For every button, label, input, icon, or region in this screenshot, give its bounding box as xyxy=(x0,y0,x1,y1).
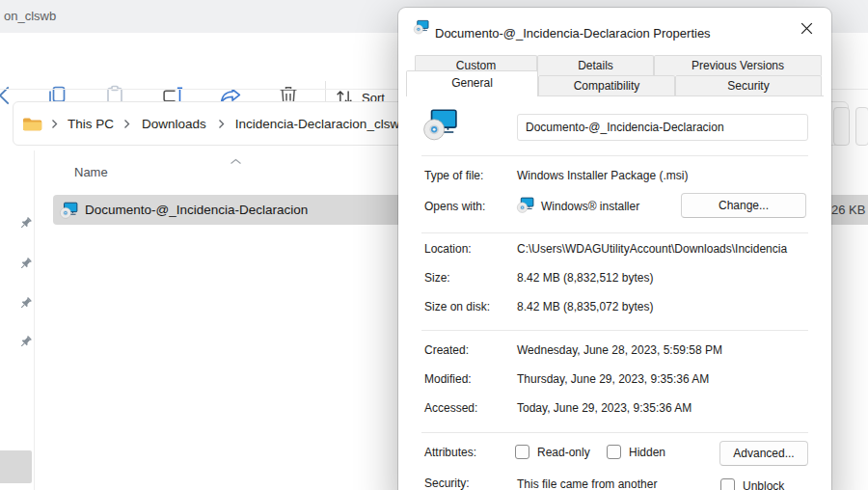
msi-file-icon xyxy=(413,19,429,35)
explorer-right-fragment xyxy=(855,107,868,146)
change-button[interactable]: Change... xyxy=(681,193,806,218)
divider xyxy=(421,330,808,331)
divider xyxy=(421,432,808,433)
accessed-label: Accessed: xyxy=(424,401,477,415)
breadcrumb-item-current-folder[interactable]: Incidencia-Declaracion_clswb xyxy=(235,117,407,131)
file-row[interactable]: Documento-@_Incidencia-Declaracion xyxy=(53,195,398,225)
size-label: Size: xyxy=(424,271,450,285)
sidebar-fragment xyxy=(0,450,32,483)
security-label: Security: xyxy=(424,476,470,490)
breadcrumb-chevron-icon[interactable] xyxy=(51,119,58,129)
security-value: This file came from another xyxy=(517,476,715,490)
location-value: C:\Users\WDAGUtilityAccount\Downloads\In… xyxy=(517,242,811,256)
tab-details[interactable]: Details xyxy=(537,55,654,75)
breadcrumb-item-this-pc[interactable]: This PC xyxy=(68,117,114,131)
tab-previous-versions[interactable]: Previous Versions xyxy=(654,55,822,75)
tab-compatibility[interactable]: Compatibility xyxy=(538,75,675,95)
file-name-input[interactable] xyxy=(517,114,808,141)
divider xyxy=(421,155,808,156)
properties-dialog: Documento-@_Incidencia-Declaracion Prope… xyxy=(398,8,831,490)
cut-icon[interactable] xyxy=(0,83,12,108)
readonly-label: Read-only xyxy=(537,446,590,459)
sort-ascending-icon xyxy=(230,151,242,169)
screen: on_clswb xyxy=(0,0,868,490)
location-label: Location: xyxy=(424,242,472,256)
created-label: Created: xyxy=(424,343,469,357)
modified-label: Modified: xyxy=(424,372,472,386)
unblock-checkbox[interactable] xyxy=(720,478,735,490)
explorer-right-fragment xyxy=(833,107,850,146)
size-on-disk-value: 8.42 MB (8,835,072 bytes) xyxy=(517,300,653,313)
divider xyxy=(421,232,808,233)
advanced-button[interactable]: Advanced... xyxy=(719,441,808,466)
pin-icon[interactable] xyxy=(18,335,33,349)
opens-with-value: Windows® installer xyxy=(541,200,639,213)
pin-icon[interactable] xyxy=(18,216,33,231)
unblock-label: Unblock xyxy=(743,479,784,490)
tab-general[interactable]: General xyxy=(406,70,538,96)
type-of-file-value: Windows Installer Package (.msi) xyxy=(517,169,688,182)
hidden-checkbox[interactable] xyxy=(607,445,621,459)
file-size-cell[interactable]: 26 KB xyxy=(831,195,868,225)
size-on-disk-label: Size on disk: xyxy=(424,300,490,313)
msi-file-icon-large xyxy=(421,108,458,141)
breadcrumb-chevron-icon[interactable] xyxy=(123,119,130,129)
modified-value: Thursday, June 29, 2023, 9:35:36 AM xyxy=(517,372,709,386)
readonly-checkbox[interactable] xyxy=(515,445,529,459)
breadcrumb-chevron-icon[interactable] xyxy=(218,119,225,129)
type-of-file-label: Type of file: xyxy=(424,169,483,182)
explorer-tab-title[interactable]: on_clswb xyxy=(4,9,56,23)
pin-icon[interactable] xyxy=(18,257,33,271)
dialog-title: Documento-@_Incidencia-Declaracion Prope… xyxy=(435,26,711,41)
folder-icon xyxy=(22,116,42,132)
breadcrumb-item-downloads[interactable]: Downloads xyxy=(142,117,206,131)
msi-file-icon xyxy=(59,202,78,219)
tab-security[interactable]: Security xyxy=(675,75,822,95)
close-icon xyxy=(800,22,813,35)
sidebar-separator xyxy=(34,150,35,490)
pin-icon[interactable] xyxy=(18,296,33,311)
column-header-name[interactable]: Name xyxy=(74,165,108,179)
close-button[interactable] xyxy=(791,15,823,41)
opens-with-label: Opens with: xyxy=(424,200,485,213)
file-name: Documento-@_Incidencia-Declaracion xyxy=(85,203,308,217)
hidden-label: Hidden xyxy=(629,446,665,459)
size-value: 8.42 MB (8,832,512 bytes) xyxy=(517,271,653,285)
msi-app-icon xyxy=(516,197,534,213)
created-value: Wednesday, June 28, 2023, 5:59:58 PM xyxy=(517,343,722,357)
attributes-label: Attributes: xyxy=(424,446,476,459)
accessed-value: Today, June 29, 2023, 9:35:36 AM xyxy=(517,401,692,415)
